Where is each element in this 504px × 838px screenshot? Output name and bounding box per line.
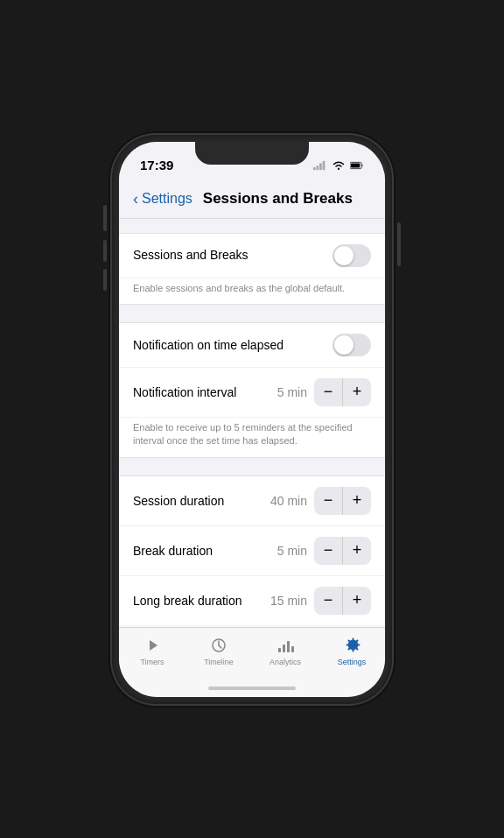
svg-rect-13 xyxy=(283,644,285,652)
notch xyxy=(195,142,309,165)
back-label: Settings xyxy=(142,191,192,207)
notification-elapsed-label: Notification on time elapsed xyxy=(133,337,332,353)
tab-timers[interactable]: Timers xyxy=(119,635,186,666)
session-duration-stepper: − + xyxy=(314,487,371,515)
home-indicator-bar xyxy=(208,687,296,690)
long-break-duration-label: Long break duration xyxy=(133,593,270,609)
durations-section: Session duration 40 min − + Break durati… xyxy=(119,475,385,627)
long-break-duration-row: Long break duration 15 min − + xyxy=(119,576,385,626)
timeline-icon xyxy=(208,635,229,656)
battery-icon xyxy=(350,160,364,171)
notifications-section: Notification on time elapsed Notificatio… xyxy=(119,322,385,458)
break-duration-decrement[interactable]: − xyxy=(314,537,342,565)
long-break-duration-decrement[interactable]: − xyxy=(314,587,342,615)
break-duration-row: Break duration 5 min − + xyxy=(119,526,385,576)
sessions-breaks-helper: Enable sessions and breaks as the global… xyxy=(119,278,385,304)
tab-timeline[interactable]: Timeline xyxy=(186,635,252,666)
tab-timeline-label: Timeline xyxy=(204,658,234,666)
home-indicator xyxy=(119,680,385,697)
notification-interval-decrement[interactable]: − xyxy=(314,378,342,406)
mute-button xyxy=(103,205,107,231)
svg-point-4 xyxy=(338,168,340,170)
long-break-duration-increment[interactable]: + xyxy=(343,587,371,615)
session-duration-decrement[interactable]: − xyxy=(314,487,342,515)
svg-rect-15 xyxy=(291,646,294,652)
sessions-breaks-row: Sessions and Breaks xyxy=(119,234,385,278)
main-content: Sessions and Breaks Enable sessions and … xyxy=(119,219,385,627)
break-duration-increment[interactable]: + xyxy=(343,537,371,565)
break-duration-stepper: − + xyxy=(314,537,371,565)
session-duration-value: 40 min xyxy=(270,494,307,508)
notification-interval-stepper: − + xyxy=(314,378,371,406)
tab-settings[interactable]: Settings xyxy=(318,635,385,666)
break-duration-label: Break duration xyxy=(133,543,277,559)
notification-elapsed-row: Notification on time elapsed xyxy=(119,323,385,368)
session-duration-label: Session duration xyxy=(133,493,270,509)
sessions-breaks-label: Sessions and Breaks xyxy=(133,247,332,263)
svg-rect-0 xyxy=(313,166,316,170)
tab-analytics-label: Analytics xyxy=(270,658,301,666)
analytics-icon xyxy=(275,635,296,656)
svg-rect-14 xyxy=(287,641,290,652)
navigation-bar: ‹ Settings Sessions and Breaks xyxy=(119,180,385,219)
svg-rect-2 xyxy=(319,163,322,170)
tab-timers-label: Timers xyxy=(140,658,164,666)
svg-rect-6 xyxy=(361,164,362,166)
svg-line-11 xyxy=(219,645,221,648)
svg-rect-1 xyxy=(317,165,319,170)
notification-interval-row: Notification interval 5 min − + xyxy=(119,368,385,418)
power-button xyxy=(397,222,401,266)
phone-screen: 17:39 xyxy=(119,142,385,697)
page-title: Sessions and Breaks xyxy=(203,190,353,208)
tab-analytics[interactable]: Analytics xyxy=(252,635,318,666)
notification-interval-label: Notification interval xyxy=(133,384,277,400)
notification-helper: Enable to receive up to 5 reminders at t… xyxy=(119,418,385,457)
session-duration-row: Session duration 40 min − + xyxy=(119,476,385,526)
tab-bar: Timers Timeline xyxy=(119,627,385,680)
notification-interval-increment[interactable]: + xyxy=(343,378,371,406)
notification-elapsed-toggle[interactable] xyxy=(332,334,371,356)
volume-buttons xyxy=(103,240,107,291)
svg-rect-12 xyxy=(278,648,281,652)
svg-marker-8 xyxy=(150,640,158,651)
wifi-icon xyxy=(332,160,346,171)
signal-icon xyxy=(313,160,327,171)
notification-interval-value: 5 min xyxy=(277,385,307,399)
tab-settings-label: Settings xyxy=(338,658,367,666)
back-chevron-icon: ‹ xyxy=(133,190,138,208)
long-break-duration-value: 15 min xyxy=(270,594,307,608)
settings-icon xyxy=(341,635,362,656)
status-icons xyxy=(313,160,364,171)
break-duration-value: 5 min xyxy=(277,544,307,558)
status-time: 17:39 xyxy=(140,158,173,173)
phone-device: 17:39 xyxy=(112,135,392,704)
sessions-breaks-toggle[interactable] xyxy=(332,244,371,267)
long-break-duration-stepper: − + xyxy=(314,587,371,615)
session-duration-increment[interactable]: + xyxy=(343,487,371,515)
sessions-breaks-section: Sessions and Breaks Enable sessions and … xyxy=(119,233,385,305)
svg-rect-3 xyxy=(323,160,326,170)
svg-rect-7 xyxy=(351,163,360,167)
timers-icon xyxy=(142,635,163,656)
back-button[interactable]: ‹ Settings xyxy=(133,190,192,208)
